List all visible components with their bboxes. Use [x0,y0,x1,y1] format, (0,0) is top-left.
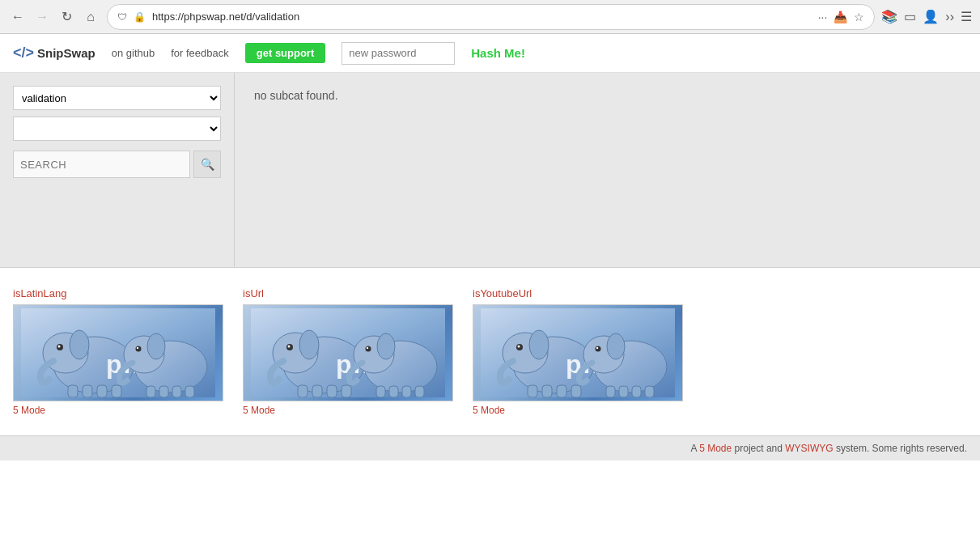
snippets-section: isLatinLang [0,268,980,435]
get-support-button[interactable]: get support [245,43,326,63]
php-logo: php [251,308,445,397]
svg-point-45 [529,330,549,359]
snippet-title: isYoutubeUrl [473,287,683,299]
site-header: </> SnipSwap on github for feedback get … [0,34,980,73]
password-input[interactable] [342,42,455,65]
svg-rect-9 [112,385,121,397]
menu-icon[interactable]: ☰ [961,9,972,24]
sidebar: validation 🔍 [0,73,235,267]
svg-point-4 [58,346,61,348]
svg-point-13 [136,346,142,352]
logo-text: SnipSwap [37,46,95,60]
feedback-link[interactable]: for feedback [171,47,229,59]
browser-chrome: ← → ↻ ⌂ 🛡 🔒 https://phpswap.net/d/valida… [0,0,980,34]
user-icon[interactable]: 👤 [923,9,939,24]
snippet-title: isLatinLang [13,287,223,299]
php-logo: php [481,308,675,397]
home-button[interactable]: ⌂ [81,7,100,27]
svg-point-5 [70,330,89,359]
shield-icon: 🛡 [117,11,127,23]
svg-rect-26 [298,385,308,397]
snippet-title: isUrl [243,287,453,299]
back-button[interactable]: ← [8,7,28,27]
php-logo: php [21,308,215,397]
forward-button[interactable]: → [32,7,52,27]
browser-toolbar-right: 📚 ▭ 👤 ›› ☰ [881,9,972,24]
snippet-image: php [473,304,683,401]
svg-point-34 [367,347,368,349]
snippet-card[interactable]: isYoutubeUrl [473,287,683,416]
svg-rect-7 [83,385,92,397]
svg-rect-38 [402,386,411,397]
footer-mode-link[interactable]: 5 Mode [699,443,732,454]
snippet-card[interactable]: isLatinLang [13,287,223,416]
svg-point-25 [299,330,319,359]
svg-rect-6 [68,385,78,397]
svg-rect-46 [528,385,537,397]
mode-link[interactable]: 5 Mode [243,405,275,416]
search-row: 🔍 [13,151,221,178]
svg-point-55 [607,333,625,359]
reload-button[interactable]: ↻ [57,7,76,27]
footer-middle-text: project and [735,443,786,454]
category-select[interactable]: validation [13,86,221,110]
svg-point-53 [596,346,601,352]
svg-rect-58 [632,386,641,397]
more-icon[interactable]: ··· [818,11,828,23]
bookmark-icon[interactable]: ☆ [854,11,864,23]
svg-rect-16 [146,386,155,397]
footer-end-text: system. Some rights reserved. [836,443,967,454]
main-content: validation 🔍 no subcat found. [0,73,980,267]
svg-rect-39 [415,386,424,397]
svg-rect-49 [571,385,581,397]
snippet-image: php [13,304,223,401]
svg-point-14 [137,347,138,349]
svg-rect-36 [376,386,385,397]
snippets-grid: isLatinLang [13,287,967,416]
svg-rect-56 [606,386,615,397]
logo[interactable]: </> SnipSwap [13,45,95,62]
svg-rect-59 [645,386,654,397]
sidebar-toggle-icon[interactable]: ▭ [904,9,916,24]
pocket-icon[interactable]: 📥 [834,11,847,23]
svg-rect-27 [312,385,322,397]
search-icon: 🔍 [201,158,214,171]
footer: A 5 Mode project and WYSIWYG system. Som… [0,435,980,460]
search-button[interactable]: 🔍 [193,151,221,178]
svg-rect-18 [172,386,181,397]
svg-rect-47 [542,385,552,397]
svg-rect-29 [342,385,351,397]
svg-rect-37 [389,386,398,397]
svg-point-44 [518,346,520,348]
footer-text: A [690,443,699,454]
github-link[interactable]: on github [112,47,155,59]
svg-rect-48 [557,385,566,397]
subcategory-select[interactable] [13,117,221,141]
content-area: no subcat found. [235,73,980,267]
mode-link[interactable]: 5 Mode [13,405,45,416]
svg-point-35 [377,333,395,359]
library-icon[interactable]: 📚 [881,9,897,24]
logo-icon: </> [13,45,34,62]
address-bar[interactable]: 🛡 🔒 https://phpswap.net/d/validation ···… [107,4,875,30]
search-input[interactable] [13,151,190,178]
svg-point-15 [147,333,165,359]
svg-rect-19 [185,386,194,397]
snippet-mode: 5 Mode [13,405,223,416]
snippet-mode: 5 Mode [243,405,453,416]
lock-icon: 🔒 [134,11,146,23]
mode-link[interactable]: 5 Mode [473,405,505,416]
address-bar-actions: ··· 📥 ☆ [818,11,865,23]
extensions-icon[interactable]: ›› [945,10,954,24]
hash-me-label[interactable]: Hash Me! [471,46,525,60]
url-text: https://phpswap.net/d/validation [152,11,812,23]
no-subcat-message: no subcat found. [254,89,961,102]
browser-nav-buttons: ← → ↻ ⌂ [8,7,100,27]
snippet-image: php [243,304,453,401]
footer-wysiwyg-link[interactable]: WYSIWYG [785,443,833,454]
svg-point-54 [596,347,598,349]
svg-rect-8 [97,385,107,397]
svg-point-24 [288,346,291,348]
snippet-card[interactable]: isUrl [243,287,453,416]
svg-rect-28 [327,385,337,397]
